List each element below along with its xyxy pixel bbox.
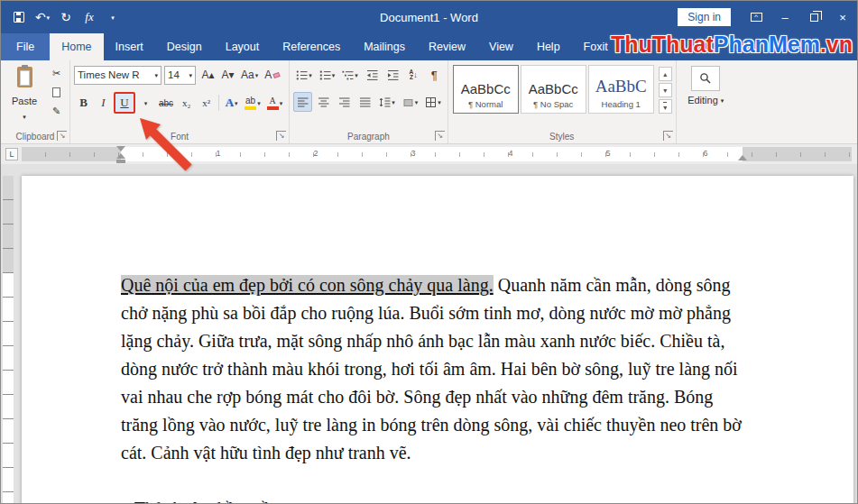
shrink-font-icon: A▾: [221, 69, 234, 81]
change-case-button[interactable]: Aa▾: [238, 65, 261, 85]
quick-access-toolbar: ↶▾ ↻ fx ▾: [8, 5, 124, 29]
undo-button[interactable]: ↶▾: [32, 5, 53, 29]
styles-scroll-down-button[interactable]: ▾: [659, 83, 672, 97]
copy-button[interactable]: [47, 85, 66, 100]
minimize-button[interactable]: –: [770, 1, 799, 33]
bold-button[interactable]: B: [74, 93, 93, 113]
font-size-select[interactable]: 14▾: [164, 66, 196, 85]
paragraph-group-label: Paragraph: [290, 132, 447, 142]
align-left-button[interactable]: [293, 92, 312, 112]
shading-button[interactable]: ▾: [400, 92, 421, 112]
launcher-icon: ↘: [437, 132, 443, 140]
chevron-down-icon: ▾: [332, 72, 336, 78]
restore-icon: [810, 14, 818, 22]
bullets-button[interactable]: ▾: [293, 65, 315, 85]
align-center-button[interactable]: [314, 92, 333, 112]
tab-view[interactable]: View: [477, 33, 525, 60]
document-page[interactable]: Quê nội của em đẹp bởi có con sông chảy …: [22, 176, 853, 503]
styles-group-label: Styles: [448, 132, 676, 142]
text-effects-icon: A: [226, 96, 234, 110]
qat-customize-button[interactable]: ▾: [102, 5, 124, 29]
numbering-button[interactable]: ▾: [317, 65, 338, 85]
underline-button[interactable]: U: [114, 92, 135, 114]
style-heading-1[interactable]: AaBbCHeading 1: [588, 65, 654, 114]
cut-button[interactable]: ✂: [47, 66, 66, 81]
tab-stop-selector[interactable]: L: [5, 148, 18, 160]
chevron-down-icon: ▾: [154, 72, 158, 78]
editing-menu-button[interactable]: Editing▾: [687, 95, 724, 105]
document-text[interactable]: Quê nội của em đẹp bởi có con sông chảy …: [121, 271, 745, 503]
tab-mailings[interactable]: Mailings: [352, 33, 417, 60]
shrink-font-button[interactable]: A▾: [218, 65, 237, 85]
paste-button[interactable]: Paste ▾: [5, 64, 44, 122]
tab-home[interactable]: Home: [50, 33, 103, 60]
format-painter-button[interactable]: ✎: [47, 104, 66, 119]
chevron-down-icon: ▾: [392, 99, 395, 105]
save-button[interactable]: [8, 5, 30, 29]
grow-font-icon: A▴: [201, 69, 214, 81]
undo-icon: ↶: [35, 10, 46, 24]
underline-options-button[interactable]: ▾: [136, 93, 155, 113]
style-normal[interactable]: AaBbCc¶ Normal: [453, 65, 519, 114]
ribbon-display-options-button[interactable]: ^: [742, 1, 770, 33]
tab-review[interactable]: Review: [417, 33, 477, 60]
title-bar: ↶▾ ↻ fx ▾ Document1 - Word Sign in ^ – ×: [1, 1, 857, 33]
borders-button[interactable]: ▾: [422, 92, 444, 112]
sort-button[interactable]: AZ↓: [404, 65, 423, 85]
grow-font-button[interactable]: A▴: [198, 65, 217, 85]
highlight-color-bar-icon: [244, 106, 256, 110]
line-spacing-button[interactable]: ▾: [376, 92, 398, 112]
restore-button[interactable]: [799, 1, 828, 33]
italic-button[interactable]: I: [94, 93, 113, 113]
styles-scroll-up-button[interactable]: ▴: [659, 67, 672, 81]
superscript-button[interactable]: x²: [197, 93, 216, 113]
pilcrow-icon: ¶: [431, 69, 438, 82]
subscript-button[interactable]: x₂: [177, 93, 196, 113]
chevron-down-icon: ▾: [438, 99, 441, 105]
change-case-icon: Aa: [241, 69, 254, 81]
style-no-spacing[interactable]: AaBbCc¶ No Spac: [521, 65, 586, 114]
multilevel-list-button[interactable]: ▾: [339, 65, 361, 85]
paste-clipboard-icon: [17, 67, 32, 87]
styles-more-button[interactable]: ▾: [659, 99, 672, 114]
ruler-number: 4: [508, 149, 512, 158]
clipboard-dialog-launcher[interactable]: ↘: [57, 131, 67, 141]
tab-design[interactable]: Design: [155, 33, 214, 60]
font-color-button[interactable]: A▾: [264, 93, 286, 113]
left-indent-marker[interactable]: [116, 160, 125, 163]
align-left-icon: [297, 96, 309, 108]
divider: [218, 95, 219, 111]
hanging-indent-marker[interactable]: [116, 149, 125, 159]
decrease-indent-button[interactable]: [363, 65, 382, 85]
justify-button[interactable]: [355, 92, 374, 112]
vertical-ruler[interactable]: [3, 176, 14, 503]
fx-button[interactable]: fx: [78, 5, 100, 29]
decrease-indent-icon: [366, 69, 378, 81]
superscript-label: x²: [202, 97, 210, 108]
show-formatting-marks-button[interactable]: ¶: [425, 65, 444, 85]
chevron-down-icon: ▾: [111, 14, 115, 21]
redo-button[interactable]: ↻: [55, 5, 77, 29]
find-button[interactable]: [691, 66, 720, 91]
clear-formatting-button[interactable]: A: [262, 65, 282, 85]
ruler-number: 3: [411, 149, 415, 158]
strikethrough-button[interactable]: abc: [156, 93, 176, 113]
tab-layout[interactable]: Layout: [214, 33, 272, 60]
paragraph-dialog-launcher[interactable]: ↘: [435, 131, 445, 141]
tab-help[interactable]: Help: [525, 33, 572, 60]
align-right-button[interactable]: [335, 92, 354, 112]
tab-file[interactable]: File: [1, 33, 50, 60]
tab-insert[interactable]: Insert: [104, 33, 155, 60]
editing-group: Editing▾: [676, 60, 735, 143]
highlight-color-button[interactable]: ab▾: [242, 93, 263, 113]
increase-indent-button[interactable]: [383, 65, 402, 85]
right-indent-marker[interactable]: [738, 151, 747, 160]
close-button[interactable]: ×: [828, 1, 857, 33]
font-dialog-launcher[interactable]: ↘: [276, 131, 286, 141]
text-effects-button[interactable]: A▾: [222, 93, 241, 113]
styles-dialog-launcher[interactable]: ↘: [663, 131, 673, 141]
launcher-icon: ↘: [279, 132, 285, 140]
sign-in-button[interactable]: Sign in: [678, 8, 731, 26]
tab-references[interactable]: References: [271, 33, 352, 60]
font-name-select[interactable]: Times New R▾: [74, 66, 161, 85]
